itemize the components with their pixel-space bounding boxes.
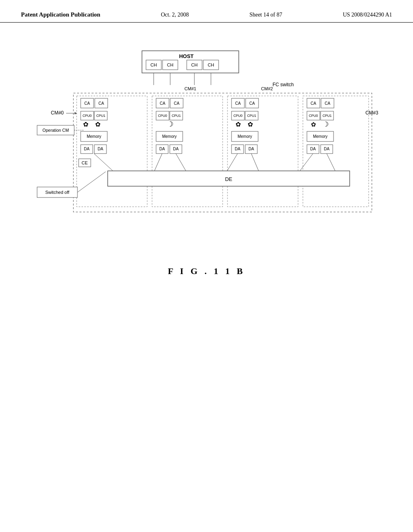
svg-text:✿: ✿ bbox=[95, 121, 100, 128]
svg-text:FC switch: FC switch bbox=[273, 82, 294, 87]
svg-text:CA: CA bbox=[84, 101, 90, 106]
svg-text:Switched off: Switched off bbox=[45, 190, 70, 195]
svg-text:DE: DE bbox=[225, 176, 232, 182]
svg-text:CE: CE bbox=[81, 160, 88, 165]
svg-text:CPU1: CPU1 bbox=[172, 114, 181, 118]
svg-text:Operation CM: Operation CM bbox=[42, 128, 69, 133]
svg-text:✿: ✿ bbox=[311, 121, 316, 128]
svg-text:DA: DA bbox=[235, 147, 240, 151]
svg-line-100 bbox=[327, 154, 336, 172]
svg-text:✿: ✿ bbox=[236, 121, 241, 128]
svg-text:CA: CA bbox=[311, 101, 316, 106]
svg-text:DA: DA bbox=[173, 147, 179, 151]
svg-text:CH: CH bbox=[191, 62, 198, 67]
svg-line-95 bbox=[154, 154, 162, 172]
svg-line-98 bbox=[251, 154, 259, 172]
svg-text:DA: DA bbox=[159, 147, 165, 151]
svg-text:CH: CH bbox=[167, 62, 173, 67]
diagram-svg: HOST CH CH CH CH FC switch CM#1 CM#2 bbox=[33, 47, 380, 240]
svg-text:CM#3: CM#3 bbox=[365, 110, 378, 116]
svg-text:✿: ✿ bbox=[83, 121, 88, 128]
svg-text:Memory: Memory bbox=[238, 134, 252, 139]
svg-text:CA: CA bbox=[174, 101, 179, 106]
svg-text:CH: CH bbox=[208, 62, 214, 67]
svg-text:DA: DA bbox=[324, 147, 330, 151]
svg-text:CM#0: CM#0 bbox=[51, 110, 64, 116]
svg-line-96 bbox=[176, 154, 186, 172]
svg-text:CA: CA bbox=[325, 101, 330, 106]
publication-date: Oct. 2, 2008 bbox=[161, 12, 189, 18]
svg-text:CPU0: CPU0 bbox=[158, 114, 167, 118]
svg-text:DA: DA bbox=[248, 147, 254, 151]
svg-text:HOST: HOST bbox=[179, 53, 194, 59]
svg-text:Memory: Memory bbox=[87, 134, 101, 139]
svg-text:CA: CA bbox=[249, 101, 255, 106]
publication-title: Patent Application Publication bbox=[21, 11, 100, 18]
svg-text:☽: ☽ bbox=[167, 120, 173, 128]
svg-line-105 bbox=[77, 172, 106, 192]
svg-text:CPU1: CPU1 bbox=[96, 114, 106, 118]
svg-text:CPU1: CPU1 bbox=[247, 114, 257, 118]
svg-text:CA: CA bbox=[98, 101, 104, 106]
diagram-area: HOST CH CH CH CH FC switch CM#1 CM#2 bbox=[33, 47, 380, 242]
figure-caption: F I G . 1 1 B bbox=[168, 266, 245, 276]
svg-line-97 bbox=[227, 154, 238, 172]
svg-text:CA: CA bbox=[235, 101, 241, 106]
svg-text:DA: DA bbox=[84, 147, 90, 151]
svg-text:CPU0: CPU0 bbox=[309, 114, 318, 118]
svg-text:CM#2: CM#2 bbox=[261, 86, 273, 91]
svg-text:DA: DA bbox=[98, 147, 103, 151]
svg-text:CH: CH bbox=[150, 62, 157, 67]
sheet-number: Sheet 14 of 87 bbox=[249, 12, 282, 18]
svg-text:CPU1: CPU1 bbox=[323, 114, 332, 118]
svg-line-99 bbox=[299, 154, 313, 172]
svg-text:CA: CA bbox=[160, 101, 165, 106]
svg-text:DA: DA bbox=[310, 147, 316, 151]
page-content: HOST CH CH CH CH FC switch CM#1 CM#2 bbox=[0, 23, 413, 309]
patent-number: US 2008/0244290 A1 bbox=[343, 12, 392, 18]
svg-text:☽: ☽ bbox=[323, 121, 329, 128]
svg-text:Memory: Memory bbox=[162, 134, 177, 139]
svg-text:CM#1: CM#1 bbox=[184, 86, 196, 91]
svg-text:Memory: Memory bbox=[313, 134, 327, 139]
svg-text:CPU0: CPU0 bbox=[234, 114, 243, 118]
svg-line-94 bbox=[94, 154, 114, 172]
page-header: Patent Application Publication Oct. 2, 2… bbox=[0, 0, 413, 23]
svg-text:✿: ✿ bbox=[248, 121, 253, 128]
svg-text:CPU0: CPU0 bbox=[83, 114, 92, 118]
